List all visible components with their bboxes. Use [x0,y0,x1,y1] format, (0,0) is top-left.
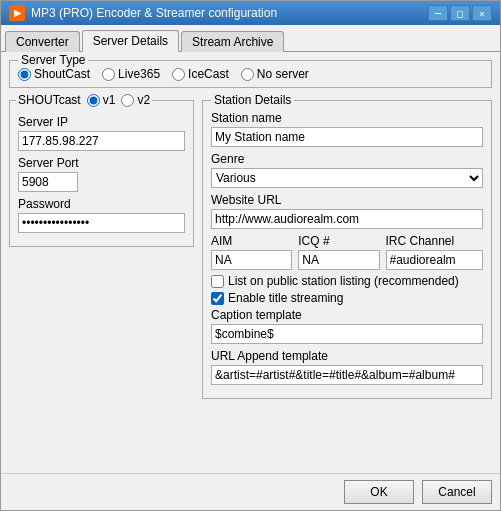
main-window: ▶ MP3 (PRO) Encoder & Streamer configura… [0,0,501,511]
close-button[interactable]: ✕ [472,5,492,21]
public-listing-checkbox[interactable] [211,275,224,288]
icq-label: ICQ # [298,234,379,248]
left-panel: SHOUTcast v1 v2 [9,100,194,465]
server-type-title: Server Type [18,53,88,67]
station-section: Station Details Station name Genre Vario… [202,100,492,399]
aim-group: AIM [211,234,292,270]
title-bar: ▶ MP3 (PRO) Encoder & Streamer configura… [1,1,500,25]
enable-title-label[interactable]: Enable title streaming [228,291,343,305]
icq-group: ICQ # [298,234,379,270]
public-listing-row: List on public station listing (recommen… [211,274,483,288]
server-type-radio-group: ShoutCast Live365 IceCast No server [18,65,483,81]
url-append-label: URL Append template [211,349,483,363]
irc-label: IRC Channel [386,234,484,248]
website-url-label: Website URL [211,193,483,207]
server-port-group: Server Port [18,156,185,192]
enable-title-row: Enable title streaming [211,291,483,305]
radio-icecast[interactable]: IceCast [172,67,229,81]
minimize-button[interactable]: ─ [428,5,448,21]
server-ip-label: Server IP [18,115,185,129]
tab-converter[interactable]: Converter [5,31,80,52]
footer: OK Cancel [1,473,500,510]
aim-input[interactable] [211,250,292,270]
main-area: SHOUTcast v1 v2 [9,100,492,465]
website-url-input[interactable] [211,209,483,229]
irc-group: IRC Channel [386,234,484,270]
server-port-label: Server Port [18,156,185,170]
cancel-button[interactable]: Cancel [422,480,492,504]
radio-shoutcast[interactable]: ShoutCast [18,67,90,81]
server-ip-group: Server IP [18,115,185,151]
server-port-input[interactable] [18,172,78,192]
shoutcast-header: SHOUTcast v1 v2 [16,93,152,107]
password-input[interactable] [18,213,185,233]
version-radios: v1 v2 [87,93,150,107]
caption-template-label: Caption template [211,308,483,322]
server-ip-input[interactable] [18,131,185,151]
ok-button[interactable]: OK [344,480,414,504]
title-bar-text: ▶ MP3 (PRO) Encoder & Streamer configura… [9,5,277,21]
shoutcast-section: SHOUTcast v1 v2 [9,100,194,247]
genre-select[interactable]: Various Rock Pop Jazz Classical Electron… [211,168,483,188]
station-details-title: Station Details [211,93,294,107]
aim-label: AIM [211,234,292,248]
url-append-input[interactable] [211,365,483,385]
station-name-input[interactable] [211,127,483,147]
title-bar-controls: ─ □ ✕ [428,5,492,21]
radio-noserver[interactable]: No server [241,67,309,81]
tabs-bar: Converter Server Details Stream Archive [1,25,500,52]
password-group: Password [18,197,185,233]
shoutcast-title: SHOUTcast [18,93,81,107]
tab-server-details[interactable]: Server Details [82,30,179,52]
radio-v1[interactable]: v1 [87,93,116,107]
icq-input[interactable] [298,250,379,270]
aim-row: AIM ICQ # IRC Channel [211,234,483,270]
genre-group: Genre Various Rock Pop Jazz Classical El… [211,152,483,188]
station-name-label: Station name [211,111,483,125]
radio-v2[interactable]: v2 [121,93,150,107]
radio-live365[interactable]: Live365 [102,67,160,81]
genre-label: Genre [211,152,483,166]
password-label: Password [18,197,185,211]
window-title: MP3 (PRO) Encoder & Streamer configurati… [31,6,277,20]
website-url-group: Website URL [211,193,483,229]
app-icon: ▶ [9,5,25,21]
enable-title-checkbox[interactable] [211,292,224,305]
right-panel: Station Details Station name Genre Vario… [202,100,492,465]
public-listing-label[interactable]: List on public station listing (recommen… [228,274,459,288]
irc-input[interactable] [386,250,484,270]
caption-template-group: Caption template [211,308,483,344]
tab-stream-archive[interactable]: Stream Archive [181,31,284,52]
url-append-group: URL Append template [211,349,483,385]
caption-template-input[interactable] [211,324,483,344]
maximize-button[interactable]: □ [450,5,470,21]
content-area: Server Type ShoutCast Live365 IceCast No… [1,52,500,473]
server-type-section: Server Type ShoutCast Live365 IceCast No… [9,60,492,88]
station-name-group: Station name [211,111,483,147]
